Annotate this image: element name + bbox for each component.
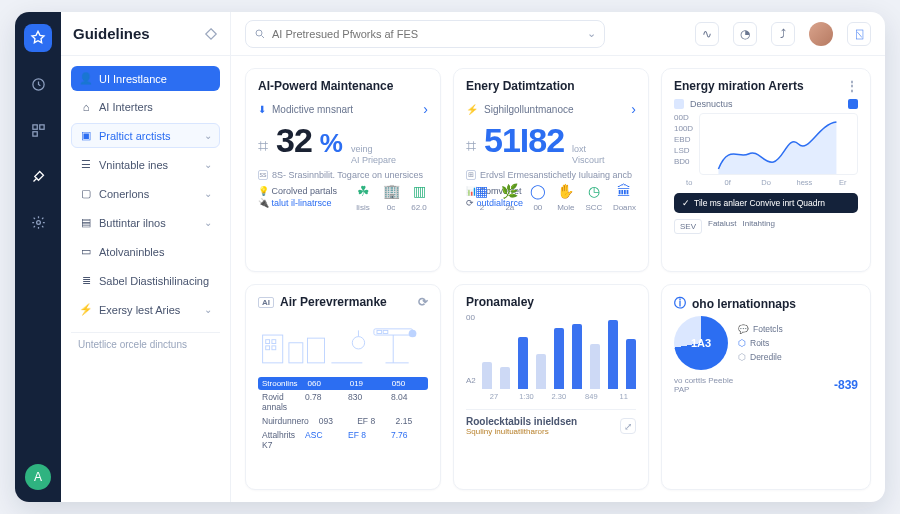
svg-point-5 (256, 30, 262, 36)
hash-icon: ⌗ (466, 136, 476, 157)
card-alerts: Energy miration Arerts⋮ Desnuctus 00D100… (661, 68, 871, 272)
dot-icon: ⬡ (738, 352, 746, 362)
sidebar-item-1[interactable]: ⌂ AI Interters (71, 95, 220, 119)
topbar-chart-icon[interactable]: ∿ (695, 22, 719, 46)
refresh-icon[interactable]: ⟳ (418, 295, 428, 309)
svg-rect-7 (266, 340, 270, 344)
sidebar-list: 👤 UI Inrestlance ⌂ AI Interters ▣ Pralti… (61, 56, 230, 362)
chevron-down-icon[interactable]: ⌄ (587, 27, 596, 40)
svg-rect-14 (374, 329, 413, 335)
layers-icon: ≣ (79, 274, 93, 287)
page-title: Guidelines (73, 25, 150, 42)
app-window: A Guidelines 👤 UI Inrestlance ⌂ AI Inter… (15, 12, 885, 502)
illustration (258, 313, 428, 371)
sidebar-item-4[interactable]: ▢ Conerlons ⌄ (71, 181, 220, 206)
bar-chart (482, 317, 636, 389)
chevron-right-icon[interactable]: › (423, 101, 428, 117)
calendar-icon: ▤ (79, 216, 93, 229)
topbar-share-icon[interactable]: ⤴ (771, 22, 795, 46)
legend-swatch-2 (848, 99, 858, 109)
performance-table: Stroonlins060019050 Rovid annals0.788308… (258, 377, 428, 452)
doc-icon: ▭ (79, 245, 93, 258)
chevron-down-icon: ⌄ (204, 130, 212, 141)
main: ⌄ ∿ ◔ ⤴ ⍂ AI-Powerd Maintenance ⬇ Modict… (231, 12, 885, 502)
table-row: Rovid annals0.788308.04 (258, 390, 428, 414)
chevron-down-icon: ⌄ (204, 217, 212, 228)
search-box[interactable]: ⌄ (245, 20, 605, 48)
card-note: ss 8S- Srasinnbilit. Togarce on unersice… (258, 170, 428, 180)
dot-icon: ⬡ (738, 338, 746, 348)
rail-logo-icon[interactable] (24, 24, 52, 52)
svg-point-17 (409, 330, 417, 338)
list-icon: ☰ (79, 158, 93, 171)
sidebar-item-6[interactable]: ▭ Atolvaninbles (71, 239, 220, 264)
chevron-down-icon: ⌄ (204, 159, 212, 170)
sidebar-item-3[interactable]: ☰ Vnintable ines ⌄ (71, 152, 220, 177)
hand-icon: ✋ (557, 182, 575, 200)
folder-icon: ▢ (79, 187, 93, 200)
card-info: ⓘ oho lernationnaps 1A3 💬Fotetcls ⬡Roits… (661, 284, 871, 490)
sidebar-item-label: Sabel Diastishilinacing (99, 275, 209, 287)
svg-rect-16 (383, 330, 388, 333)
alerts-cta-button[interactable]: ✓ Tile ms anlaer Convive inrt Quadrn (674, 193, 858, 213)
chevron-right-icon[interactable]: › (631, 101, 636, 117)
rail-grid-icon[interactable] (24, 116, 52, 144)
topbar-bag-icon[interactable]: ⍂ (847, 22, 871, 46)
card-subline: ⬇ Modictive mnsnart › (258, 101, 428, 117)
pie-chart: 1A3 💬Fotetcls ⬡Roits ⬡Deredile (674, 316, 858, 370)
rail-tool-icon[interactable] (24, 162, 52, 190)
sidebar-item-label: Buttintar ilnos (99, 217, 166, 229)
sidebar: Guidelines 👤 UI Inrestlance ⌂ AI Interte… (61, 12, 231, 502)
table-row: Attalhrits K7ASCEF 87.76 (258, 428, 428, 452)
search-input[interactable] (272, 28, 581, 40)
avatar[interactable] (809, 22, 833, 46)
sidebar-item-label: Vnintable ines (99, 159, 168, 171)
chevron-down-icon: ⌄ (204, 304, 212, 315)
more-icon[interactable]: ⋮ (846, 79, 858, 93)
sidebar-item-0[interactable]: 👤 UI Inrestlance (71, 66, 220, 91)
rail-gear-icon[interactable] (24, 208, 52, 236)
svg-rect-1 (32, 124, 36, 128)
card-maintenance: AI-Powerd Maintenance ⬇ Modictive mnsnar… (245, 68, 441, 272)
table-header: Stroonlins060019050 (258, 377, 428, 390)
svg-rect-9 (266, 346, 270, 350)
svg-rect-3 (32, 131, 36, 135)
user-icon: 👤 (79, 72, 93, 85)
tag[interactable]: SEV (674, 219, 702, 234)
pie-value: 1A3 (674, 316, 728, 370)
badge-icon: AI (258, 297, 274, 308)
download-icon: ⬇ (258, 104, 266, 115)
sidebar-item-label: Conerlons (99, 188, 149, 200)
search-icon (254, 28, 266, 40)
stat-row: vo corttls Peeble PAP -839 (674, 376, 858, 394)
hash-icon: ⌗ (258, 136, 268, 157)
sidebar-item-8[interactable]: ⚡ Exersy lest Aries ⌄ (71, 297, 220, 322)
building-icon: 🏛 (615, 182, 633, 200)
svg-point-13 (352, 337, 364, 349)
rail-help-button[interactable]: A (25, 464, 51, 490)
svg-rect-15 (377, 330, 382, 333)
building-icon: 🏢 (382, 182, 400, 200)
table-row: Nuirdunnero093EF 82.15 (258, 414, 428, 428)
svg-rect-10 (272, 346, 276, 350)
card-program: Pronamaley 00A2 271:302.3084911 (453, 284, 649, 490)
sidebar-footnote: Untetlice orcele dinctuns (71, 332, 220, 356)
svg-point-4 (36, 220, 40, 224)
alerts-chart: 00D100DEBDLSDBD0 (674, 113, 858, 175)
metric: ⌗ 32% veingAI Priepare (258, 121, 428, 166)
sub-section: Roolecktabils inieldsen Squliny inultuat… (466, 409, 636, 436)
topbar-bell-icon[interactable]: ◔ (733, 22, 757, 46)
icon-metrics: ☘lisis 🏢0c ▥62.0 (354, 182, 428, 212)
rail-clock-icon[interactable] (24, 70, 52, 98)
svg-rect-11 (289, 343, 303, 363)
chevron-down-icon: ⌄ (204, 188, 212, 199)
sidebar-item-7[interactable]: ≣ Sabel Diastishilinacing (71, 268, 220, 293)
info-icon: ⓘ (674, 295, 686, 312)
sidebar-item-2[interactable]: ▣ Praltict arctists ⌄ (71, 123, 220, 148)
sidebar-item-5[interactable]: ▤ Buttintar ilnos ⌄ (71, 210, 220, 235)
expand-icon[interactable]: ⤢ (620, 418, 636, 434)
collapse-icon[interactable] (204, 27, 218, 41)
nav-rail: A (15, 12, 61, 502)
metric-value: 32 (276, 121, 312, 160)
sidebar-header: Guidelines (61, 12, 230, 56)
